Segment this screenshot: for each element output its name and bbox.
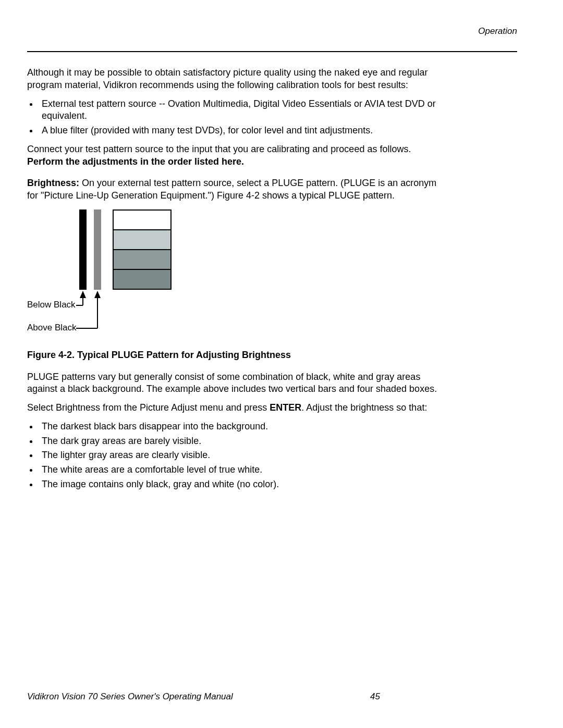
shade-box-dark <box>114 269 170 289</box>
shade-box-white <box>114 211 170 229</box>
adjust-pre: Select Brightness from the Picture Adjus… <box>27 402 270 413</box>
pluge-figure: Below Black Above Black <box>79 209 241 340</box>
list-item: The dark gray areas are barely visible. <box>39 435 449 448</box>
shade-boxes <box>113 209 172 290</box>
brightness-label: Brightness: <box>27 178 79 188</box>
list-item: The image contains only black, gray and … <box>39 478 449 491</box>
perform-line: Perform the adjustments in the order lis… <box>27 156 244 167</box>
svg-marker-3 <box>94 291 101 298</box>
bar-above-black <box>94 209 101 290</box>
header-rule <box>27 51 517 52</box>
document-page: Operation Although it may be possible to… <box>0 0 563 728</box>
brightness-text: On your external test pattern source, se… <box>27 178 436 201</box>
adjust-criteria-list: The darkest black bars disappear into th… <box>27 421 449 491</box>
page-footer: Vidikron Vision 70 Series Owner's Operat… <box>27 692 517 702</box>
svg-marker-0 <box>80 291 86 298</box>
shade-box-mid <box>114 249 170 269</box>
adjust-post: . Adjust the brightness so that: <box>301 402 427 413</box>
list-item: The lighter gray areas are clearly visib… <box>39 449 449 462</box>
list-item: The white areas are a comfortable level … <box>39 464 449 476</box>
enter-key-label: ENTER <box>270 402 301 413</box>
bar-below-black <box>79 209 87 290</box>
body-text: Although it may be possible to obtain sa… <box>27 67 449 491</box>
intro-paragraph: Although it may be possible to obtain sa… <box>27 67 449 92</box>
list-item: External test pattern source -- Ovation … <box>39 98 449 123</box>
label-above-black: Above Black <box>27 322 77 334</box>
connect-paragraph: Connect your test pattern source to the … <box>27 143 449 168</box>
list-item: The darkest black bars disappear into th… <box>39 421 449 433</box>
label-below-black: Below Black <box>27 299 76 311</box>
list-item: A blue filter (provided with many test D… <box>39 125 449 137</box>
tools-list: External test pattern source -- Ovation … <box>27 98 449 137</box>
footer-title: Vidikron Vision 70 Series Owner's Operat… <box>27 692 233 702</box>
running-header: Operation <box>27 26 517 36</box>
brightness-paragraph: Brightness: On your external test patter… <box>27 177 449 202</box>
connect-line: Connect your test pattern source to the … <box>27 144 411 154</box>
pluge-bars-row <box>79 209 241 292</box>
adjust-instructions-paragraph: Select Brightness from the Picture Adjus… <box>27 402 449 414</box>
shade-box-light <box>114 229 170 249</box>
figure-caption: Figure 4-2. Typical PLUGE Pattern for Ad… <box>27 349 449 362</box>
footer-page-number: 45 <box>233 692 517 702</box>
pluge-explain-paragraph: PLUGE patterns vary but generally consis… <box>27 371 449 396</box>
